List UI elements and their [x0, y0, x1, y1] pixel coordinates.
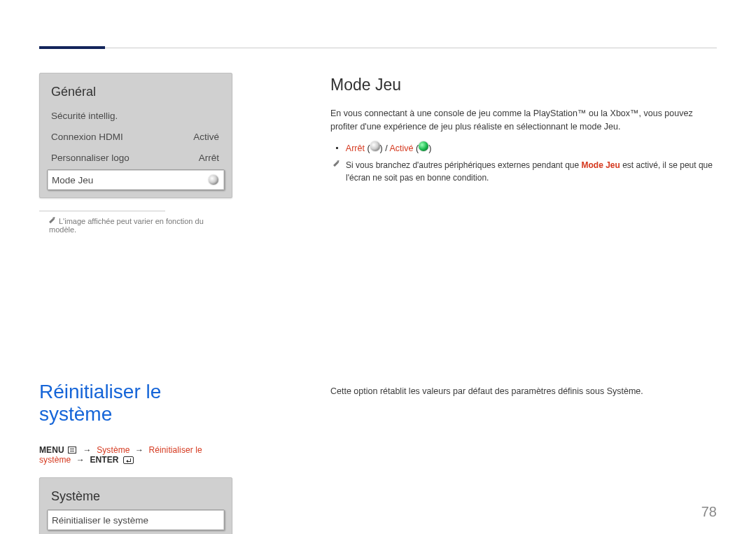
upper-section: Général Sécurité intellig. Connexion HDM…	[39, 43, 717, 234]
mode-jeu-warning: Si vous branchez d'autres périphériques …	[330, 159, 717, 185]
menu-row-value: Activé	[193, 132, 219, 142]
arrow-icon: →	[76, 455, 85, 465]
menu-row-label: Personnaliser logo	[51, 153, 130, 163]
header-rule	[39, 48, 717, 48]
radio-on-icon	[419, 141, 428, 151]
menu-row-mode-jeu[interactable]: Mode Jeu	[47, 169, 225, 190]
right-column: Mode Jeu En vous connectant à une consol…	[330, 73, 717, 234]
navigation-path: MENU → Système → Réinitialiser le systèm…	[39, 445, 232, 465]
pen-icon	[332, 159, 342, 169]
radio-off-icon	[209, 175, 218, 185]
menu-row-value: Arrêt	[199, 153, 219, 163]
enter-icon	[123, 456, 134, 464]
heading-reset-system: Réinitialiser le système	[39, 381, 232, 426]
paren-close: )	[428, 143, 431, 153]
heading-mode-jeu: Mode Jeu	[330, 76, 717, 94]
radio-off-icon	[370, 141, 380, 151]
arrow-icon: →	[135, 445, 144, 455]
note-image-varies: L'image affichée peut varier en fonction…	[49, 217, 232, 234]
menu-row-label: Sécurité intellig.	[51, 111, 118, 121]
menu-row-security[interactable]: Sécurité intellig.	[47, 105, 225, 126]
mode-jeu-options: Arrêt () / Activé ()	[330, 141, 717, 153]
general-panel: Général Sécurité intellig. Connexion HDM…	[39, 73, 232, 198]
page-number: 78	[701, 504, 717, 520]
system-panel: Système Réinitialiser le système	[39, 477, 232, 534]
bullet-icon	[336, 147, 338, 149]
menu-row-hdmi[interactable]: Connexion HDMI Activé	[47, 126, 225, 147]
menu-row-logo[interactable]: Personnaliser logo Arrêt	[47, 147, 225, 168]
mode-jeu-desc: En vous connectant à une console de jeu …	[330, 107, 717, 134]
reset-desc: Cette option rétablit les valeurs par dé…	[330, 385, 717, 398]
header-rule-accent	[39, 46, 105, 49]
path-enter-label: ENTER	[90, 455, 118, 465]
pen-icon	[48, 216, 57, 225]
panel-title-general: Général	[51, 85, 225, 99]
menu-row-label: Mode Jeu	[52, 175, 93, 185]
option-on-label: Activé	[389, 143, 413, 153]
menu-icon	[68, 447, 76, 454]
path-systeme: Système	[97, 445, 130, 455]
panel-title-system: Système	[51, 489, 225, 504]
separator	[39, 211, 165, 211]
menu-row-label: Réinitialiser le système	[52, 515, 148, 526]
note-text: L'image affichée peut varier en fonction…	[49, 217, 204, 234]
path-menu-label: MENU	[39, 445, 64, 455]
paren-open: (	[367, 143, 370, 153]
arrow-icon: →	[83, 445, 92, 455]
menu-row-reset-system[interactable]: Réinitialiser le système	[47, 510, 225, 531]
left-column-2: Réinitialiser le système MENU → Système …	[39, 381, 232, 534]
warn-text-prefix: Si vous branchez d'autres périphériques …	[346, 160, 582, 170]
option-off-label: Arrêt	[346, 143, 365, 153]
manual-page: Général Sécurité intellig. Connexion HDM…	[0, 0, 756, 534]
left-column: Général Sécurité intellig. Connexion HDM…	[39, 73, 232, 234]
menu-row-label: Connexion HDMI	[51, 132, 123, 142]
warn-term: Mode Jeu	[582, 160, 620, 170]
right-column-2: Cette option rétablit les valeurs par dé…	[330, 381, 717, 534]
lower-section: Réinitialiser le système MENU → Système …	[39, 381, 717, 534]
